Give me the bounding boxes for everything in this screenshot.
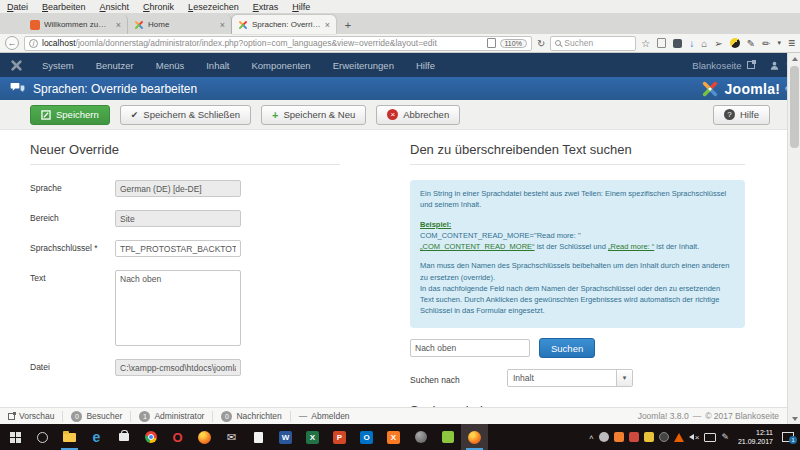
edit-icon[interactable]: ✏ [762,38,770,49]
admins-status[interactable]: 1 Administrator [131,411,213,422]
area-field[interactable] [115,210,241,227]
menu-ansicht[interactable]: Ansicht [100,2,130,12]
new-tab-button[interactable]: + [336,15,360,34]
nav-benutzer[interactable]: Benutzer [85,60,145,71]
area-label: Bereich [30,210,115,227]
home-icon[interactable]: ⌂ [701,38,707,49]
notepad-plus-icon[interactable] [434,424,461,450]
menu-lesezeichen[interactable]: Lesezeichen [188,2,239,12]
start-button[interactable] [2,424,29,450]
menu-bearbeiten[interactable]: Bearbeiten [42,2,86,12]
reader-mode-icon[interactable] [487,38,496,48]
zoom-level-badge[interactable]: 110% [500,39,527,48]
nav-menus[interactable]: Menüs [145,60,196,71]
help-button[interactable]: ? Hilfe [713,105,770,125]
bookmark-star-icon[interactable]: ☆ [641,38,650,49]
preview-link[interactable]: Vorschau [8,411,63,422]
firefox-icon[interactable] [191,424,218,450]
firefox-active-icon[interactable] [461,424,488,450]
joomla-nav-icon[interactable] [10,59,23,72]
example-key-link[interactable]: „COM_CONTENT_READ_MORE“ [420,242,535,251]
volume-muted-icon[interactable]: × [689,433,700,442]
tab-close-icon[interactable]: × [116,20,121,30]
visitors-status[interactable]: 0 Besucher [63,411,131,422]
display-icon[interactable] [704,433,716,442]
select-caret-icon[interactable]: ▾ [616,370,632,386]
nav-system[interactable]: System [31,60,85,71]
save-close-button[interactable]: ✔ Speichern & Schließen [120,105,251,125]
menu-chronik[interactable]: Chronik [143,2,174,12]
messages-status[interactable]: 0 Nachrichten [213,411,290,422]
reload-icon[interactable]: ↻ [537,38,545,49]
vlc-icon[interactable] [674,433,684,442]
page-scrollbar[interactable] [787,53,800,424]
user-icon[interactable] [769,60,780,71]
pocket-icon[interactable] [673,39,682,48]
logout-link[interactable]: — Abmelden [291,411,358,422]
tray-icon-2[interactable] [614,432,624,442]
hamburger-menu-icon[interactable]: ≡ [788,36,795,50]
nav-hilfe[interactable]: Hilfe [405,60,446,71]
taskbar-clock[interactable]: 12:11 21.09.2017 [734,428,777,447]
url-host: localhost [42,38,76,48]
page-info-icon[interactable]: i [29,39,38,48]
nav-inhalt[interactable]: Inhalt [195,60,240,71]
tab-sprachen-override[interactable]: Sprachen: Override bearbe × [232,15,336,34]
app-sphere-icon[interactable] [407,424,434,450]
tab-close-icon[interactable]: × [325,20,330,30]
xampp-icon[interactable]: X [380,424,407,450]
chrome-icon[interactable] [137,424,164,450]
outlook-icon[interactable]: O [353,424,380,450]
excel-icon[interactable]: X [299,424,326,450]
opera-icon[interactable]: O [164,424,191,450]
file-explorer-icon[interactable] [56,424,83,450]
menu-extras[interactable]: Extras [253,2,279,12]
scroll-down-button[interactable] [788,413,800,424]
send-tab-icon[interactable]: ➢ [714,38,722,49]
override-search-input[interactable] [410,339,530,357]
overflow-caret-icon[interactable]: ▾ [777,39,781,47]
edge-icon[interactable]: e [83,424,110,450]
tray-icon-5[interactable] [659,432,669,442]
search-submit-button[interactable]: Suchen [539,338,595,358]
save-close-label: Speichern & Schließen [143,109,240,120]
clipboard-icon[interactable] [657,38,666,48]
notepad-icon[interactable] [245,424,272,450]
tab-willkommen[interactable]: Willkommen zum CMSOD × [24,15,128,34]
download-icon[interactable]: ↓ [689,38,694,49]
override-text-area[interactable]: Nach oben [115,270,241,346]
browser-search-box[interactable]: Suchen [550,36,636,51]
language-key-field[interactable] [115,240,241,257]
url-bar[interactable]: i localhost/joomla/donnerstag/administra… [24,36,532,51]
tray-expand-icon[interactable]: ˄ [589,433,594,442]
tray-icon-3[interactable] [629,432,639,442]
eyedropper-icon[interactable]: ✎ [747,38,755,49]
menu-hilfe[interactable]: Hilfe [292,2,310,12]
example-value-link[interactable]: „Read more: “ [608,242,654,251]
tab-home[interactable]: Home × [128,15,232,34]
back-button[interactable]: ← [5,36,19,50]
tab-close-icon[interactable]: × [220,20,225,30]
cancel-button[interactable]: × Abbrechen [376,105,460,125]
pen-settings-icon[interactable]: ✎ [721,432,729,442]
tray-icon-4[interactable] [644,432,654,442]
tray-icon-1[interactable] [599,432,609,442]
site-preview-link[interactable]: Blankoseite [692,60,741,71]
save-button[interactable]: Speichern [30,105,110,125]
word-icon[interactable]: W [272,424,299,450]
action-center-icon[interactable]: 1 [782,432,794,442]
colorzilla-icon[interactable] [730,38,740,48]
file-field[interactable] [115,359,241,376]
scroll-up-button[interactable] [788,53,800,64]
language-field[interactable] [115,180,241,197]
nav-komponenten[interactable]: Komponenten [240,60,321,71]
scrollbar-thumb[interactable] [790,66,799,148]
powerpoint-icon[interactable]: P [326,424,353,450]
save-new-button[interactable]: + Speichern & Neu [261,105,366,125]
nav-erweiterungen[interactable]: Erweiterungen [322,60,405,71]
menu-datei[interactable]: Datei [7,2,28,12]
search-for-select[interactable]: Inhalt ▾ [507,369,633,387]
task-view-icon[interactable] [29,424,56,450]
store-icon[interactable] [110,424,137,450]
mail-icon[interactable]: ✉ [218,424,245,450]
